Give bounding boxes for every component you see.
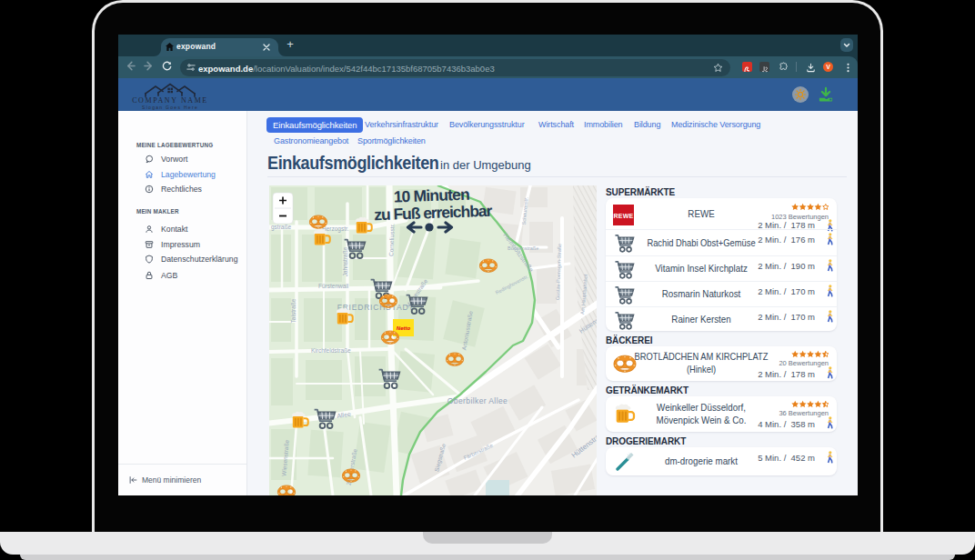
svg-text:Kirchfeldstraße: Kirchfeldstraße xyxy=(311,347,351,354)
svg-text:gstraße: gstraße xyxy=(271,224,291,231)
svg-text:Talstraße: Talstraße xyxy=(290,298,297,323)
svg-text:Oberbilker Allee: Oberbilker Allee xyxy=(447,396,508,405)
svg-text:Fürstenwall: Fürstenwall xyxy=(318,283,349,289)
svg-text:Netto: Netto xyxy=(397,325,411,331)
svg-text:Corneliusstr.: Corneliusstr. xyxy=(387,224,395,257)
svg-text:Bunsenstraße: Bunsenstraße xyxy=(508,245,538,251)
svg-text:Slogan Goes Here: Slogan Goes Here xyxy=(142,105,198,110)
svg-text:Jahnstraße: Jahnstraße xyxy=(342,246,348,276)
